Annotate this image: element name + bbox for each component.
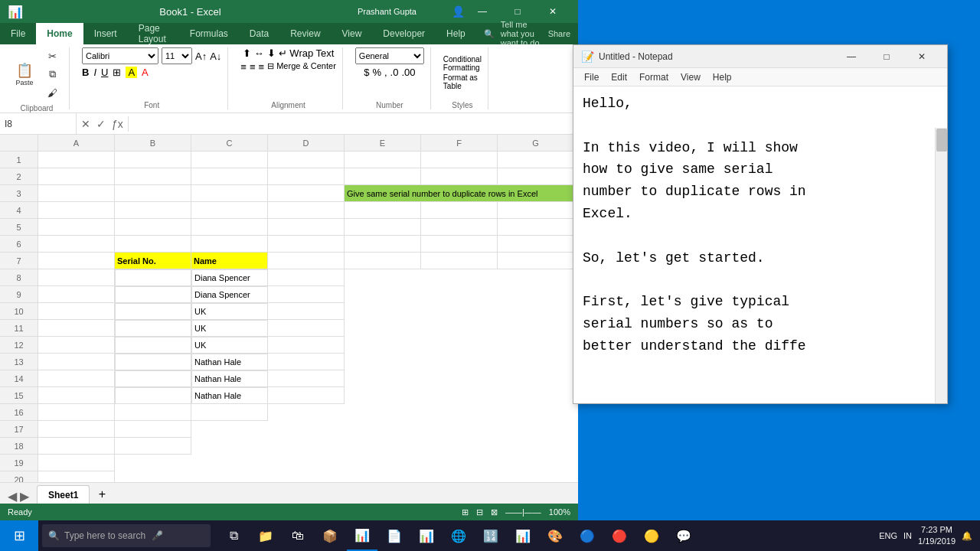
border-button[interactable]: ⊞	[113, 67, 121, 78]
cell-b2[interactable]	[115, 168, 191, 185]
row-header-17[interactable]: 17	[0, 421, 38, 438]
cell-a6[interactable]	[38, 236, 115, 253]
format-as-table-button[interactable]: Format asTable	[443, 73, 482, 90]
font-size-select[interactable]: 11	[162, 47, 192, 64]
ribbon-tab-developer[interactable]: Developer	[372, 23, 436, 44]
cell-d1[interactable]	[268, 152, 345, 168]
row-header-9[interactable]: 9	[0, 286, 38, 303]
row-header-8[interactable]: 8	[0, 269, 38, 286]
cell-d5[interactable]	[268, 219, 345, 236]
cell-c5[interactable]	[191, 219, 268, 236]
cell-c1[interactable]	[191, 152, 268, 168]
cell-g2[interactable]	[498, 168, 574, 185]
taskbar-excel[interactable]: 📊	[347, 520, 377, 551]
cell-f6[interactable]	[421, 236, 498, 253]
cell-g6[interactable]	[498, 236, 574, 253]
cell-c12-uk3[interactable]: UK	[191, 337, 268, 354]
taskbar-app2[interactable]: 🔵	[572, 520, 603, 551]
insert-function-button[interactable]: ƒx	[110, 116, 125, 132]
row-header-2[interactable]: 2	[0, 168, 38, 185]
taskbar-dropbox[interactable]: 📦	[315, 520, 345, 551]
font-color-button[interactable]: A	[142, 67, 149, 78]
row-header-18[interactable]: 18	[0, 438, 38, 455]
taskbar-file-explorer[interactable]: 📁	[250, 520, 281, 551]
wrap-text-button[interactable]: ↵ Wrap Text	[279, 47, 335, 59]
cell-c13-nathan1[interactable]: Nathan Hale	[191, 354, 268, 370]
notepad-scrollbar[interactable]	[935, 128, 947, 403]
notepad-close-button[interactable]: ✕	[904, 45, 939, 68]
cell-b5[interactable]	[115, 219, 191, 236]
cell-b17[interactable]	[115, 421, 191, 438]
add-sheet-button[interactable]: +	[93, 485, 111, 504]
cell-d8[interactable]	[268, 269, 345, 286]
cell-g7[interactable]	[498, 253, 574, 269]
row-header-14[interactable]: 14	[0, 370, 38, 387]
bold-button[interactable]: B	[82, 67, 89, 78]
cell-d6[interactable]	[268, 236, 345, 253]
cell-a18[interactable]	[38, 438, 115, 455]
cell-a14[interactable]	[38, 370, 115, 387]
taskbar-app4[interactable]: 🟡	[636, 520, 667, 551]
cell-a1[interactable]	[38, 152, 115, 168]
cell-d12[interactable]	[268, 337, 345, 354]
cell-a10[interactable]	[38, 303, 115, 320]
cell-e7[interactable]	[345, 253, 421, 269]
cell-g4[interactable]	[498, 202, 574, 219]
taskbar-powerpoint[interactable]: 📊	[411, 520, 442, 551]
align-left-button[interactable]: ≡	[240, 61, 247, 73]
cell-c4[interactable]	[191, 202, 268, 219]
cell-b7-serial-no[interactable]: Serial No.	[115, 253, 191, 269]
conditional-formatting-button[interactable]: ConditionalFormatting	[443, 55, 482, 72]
row-header-19[interactable]: 19	[0, 455, 38, 471]
notepad-file-menu[interactable]: File	[578, 68, 605, 86]
row-header-13[interactable]: 13	[0, 354, 38, 370]
cell-a17[interactable]	[38, 421, 115, 438]
cell-a20[interactable]	[38, 471, 115, 482]
cell-e4[interactable]	[345, 202, 421, 219]
cell-b3[interactable]	[115, 185, 191, 202]
notepad-scrollbar-thumb[interactable]	[936, 129, 947, 152]
taskbar-store[interactable]: 🛍	[283, 520, 313, 551]
cell-d14[interactable]	[268, 370, 345, 387]
col-header-b[interactable]: B	[115, 135, 191, 152]
sheet-tab-sheet1[interactable]: Sheet1	[37, 485, 90, 504]
taskbar-notification[interactable]: 🔔	[962, 531, 972, 541]
page-break-button[interactable]: ⊠	[491, 507, 498, 517]
cell-d15[interactable]	[268, 387, 345, 404]
cell-f2[interactable]	[421, 168, 498, 185]
zoom-slider[interactable]: ——|——	[505, 507, 541, 517]
notepad-text[interactable]: Hello, In this video, I will show how to…	[573, 86, 947, 364]
col-header-c[interactable]: C	[191, 135, 268, 152]
cell-c11-uk2[interactable]: UK	[191, 320, 268, 337]
cell-a8[interactable]	[38, 269, 115, 286]
cell-c15-nathan3[interactable]: Nathan Hale	[191, 387, 268, 404]
cell-g5[interactable]	[498, 219, 574, 236]
ribbon-tab-data[interactable]: Data	[239, 23, 279, 44]
copy-button[interactable]: ⧉	[41, 66, 63, 83]
taskbar-skype[interactable]: 💬	[668, 520, 699, 551]
align-middle-button[interactable]: ↔	[254, 47, 264, 59]
cell-a19[interactable]	[38, 455, 115, 471]
cell-a7[interactable]	[38, 253, 115, 269]
cell-a11[interactable]	[38, 320, 115, 337]
cell-c3[interactable]	[191, 185, 268, 202]
cell-c10-uk1[interactable]: UK	[191, 303, 268, 320]
col-header-a[interactable]: A	[38, 135, 115, 152]
cell-d4[interactable]	[268, 202, 345, 219]
scroll-tabs-right[interactable]: ▶	[20, 489, 29, 504]
taskbar-app3[interactable]: 🔴	[604, 520, 635, 551]
taskbar-task-view[interactable]: ⧉	[218, 520, 249, 551]
cell-b10[interactable]	[115, 303, 191, 320]
taskbar-ppt2[interactable]: 📊	[508, 520, 538, 551]
cell-b1[interactable]	[115, 152, 191, 168]
col-header-g[interactable]: G	[498, 135, 574, 152]
row-header-7[interactable]: 7	[0, 253, 38, 269]
notepad-maximize-button[interactable]: □	[869, 45, 904, 68]
cell-e2[interactable]	[345, 168, 421, 185]
ribbon-tab-home[interactable]: Home	[36, 23, 83, 44]
cell-b18[interactable]	[115, 438, 191, 455]
start-button[interactable]: ⊞	[0, 520, 38, 551]
page-layout-button[interactable]: ⊟	[476, 507, 483, 517]
taskbar-word[interactable]: 📄	[379, 520, 410, 551]
ribbon-tab-page-layout[interactable]: Page Layout	[128, 23, 179, 44]
